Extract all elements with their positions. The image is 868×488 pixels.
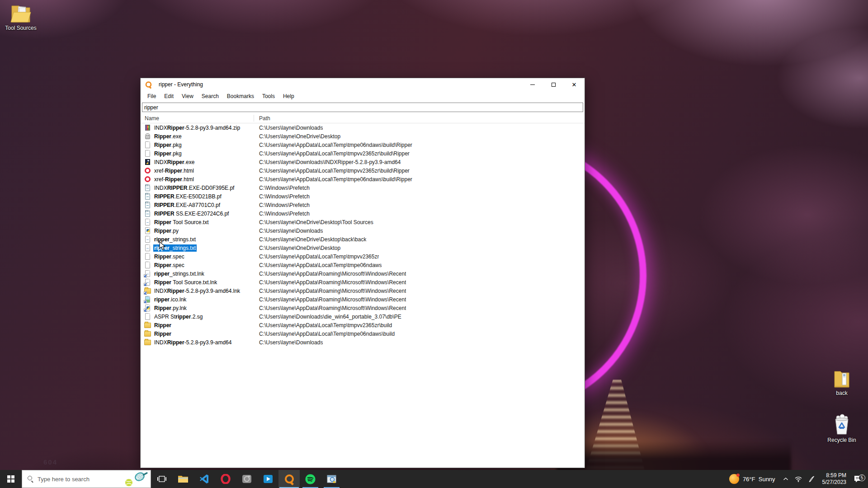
column-header-path[interactable]: Path: [254, 115, 270, 122]
title-bar[interactable]: ripper - Everything ✕: [141, 78, 585, 91]
file-path: C:\Users\layne\AppData\Local\Temp\tmpe06…: [254, 142, 412, 148]
table-row[interactable]: Ripper Tool Source.txtC:\Users\layne\One…: [141, 218, 585, 226]
taskbar-app-everything[interactable]: [278, 470, 300, 488]
close-button[interactable]: ✕: [564, 78, 585, 91]
file-name: Ripper.spec: [153, 262, 185, 269]
table-row[interactable]: INDXRipper-5.2.8-py3.9-amd64C:\Users\lay…: [141, 338, 585, 347]
taskbar-app-task-view[interactable]: [151, 470, 172, 488]
file-path: C:\Users\layne\OneDrive\Desktop\Tool Sou…: [254, 219, 373, 225]
file-name-cell: ripper.ico.lnk: [141, 296, 254, 303]
wifi-status[interactable]: [792, 476, 805, 482]
pen-status[interactable]: [805, 476, 818, 482]
table-row[interactable]: ripper_strings.txtC:\Users\layne\OneDriv…: [141, 235, 585, 244]
table-row[interactable]: ripper_strings.txt.lnkC:\Users\layne\App…: [141, 269, 585, 278]
taskbar-app-grey-app[interactable]: [236, 470, 257, 488]
table-row[interactable]: INDXRipper-5.2.8-py3.9-amd64.zipC:\Users…: [141, 123, 585, 132]
maximize-button[interactable]: [543, 78, 564, 91]
file-path: C:\Windows\Prefetch: [254, 202, 310, 208]
file-name-cell: ripper_strings.txt.lnk: [141, 270, 254, 277]
spotify-icon: [305, 474, 316, 484]
table-row[interactable]: RIPPER.EXE-A87701C0.pfC:\Windows\Prefetc…: [141, 201, 585, 209]
menu-file[interactable]: File: [143, 92, 160, 101]
table-row[interactable]: INDXRIPPER.EXE-DD0F395E.pfC:\Windows\Pre…: [141, 183, 585, 192]
file-icon-doc: [144, 141, 151, 148]
task-view-icon: [157, 475, 166, 483]
table-row[interactable]: Ripper.pkgC:\Users\layne\AppData\Local\T…: [141, 141, 585, 149]
search-input[interactable]: [142, 103, 583, 112]
desktop-icon-label: Recycle Bin: [821, 437, 863, 443]
table-row[interactable]: Ripper Tool Source.txt.lnkC:\Users\layne…: [141, 278, 585, 286]
desktop-icon-label: back: [821, 390, 863, 396]
file-icon-txt: [144, 236, 151, 243]
file-icon-txt: [144, 219, 151, 225]
column-header-name[interactable]: Name: [141, 115, 254, 122]
table-row[interactable]: Ripper.specC:\Users\layne\AppData\Local\…: [141, 261, 585, 269]
menu-help[interactable]: Help: [279, 92, 298, 101]
table-row[interactable]: ripper_strings.txtC:\Users\layne\OneDriv…: [141, 244, 585, 252]
table-row[interactable]: ripper.ico.lnkC:\Users\layne\AppData\Roa…: [141, 295, 585, 304]
file-name-cell: Ripper.pkg: [141, 150, 254, 157]
table-row[interactable]: RipperC:\Users\layne\AppData\Local\Temp\…: [141, 329, 585, 338]
taskbar-app-opera[interactable]: [215, 470, 236, 488]
file-path: C:\Users\layne\AppData\Roaming\Microsoft…: [254, 279, 406, 286]
taskbar-clock[interactable]: 8:59 PM 5/27/2023: [818, 472, 851, 486]
table-row[interactable]: INDXRipper.exeC:\Users\layne\Downloads\I…: [141, 158, 585, 166]
file-icon-txt: [144, 244, 151, 251]
window-search-icon: [326, 474, 337, 484]
maximize-icon: [552, 83, 556, 87]
table-row[interactable]: RIPPER SS.EXE-E20724C6.pfC:\Windows\Pref…: [141, 209, 585, 218]
menu-tools[interactable]: Tools: [258, 92, 279, 101]
table-row[interactable]: INDXRipper-5.2.8-py3.9-amd64.lnkC:\Users…: [141, 286, 585, 295]
menu-edit[interactable]: Edit: [160, 92, 178, 101]
table-row[interactable]: Ripper.py.lnkC:\Users\layne\AppData\Roam…: [141, 304, 585, 312]
table-row[interactable]: Ripper.exeC:\Users\layne\OneDrive\Deskto…: [141, 132, 585, 141]
tray-expand-button[interactable]: [780, 477, 792, 481]
taskbar-app-window-search[interactable]: [321, 470, 342, 488]
file-path: C:\Users\layne\AppData\Local\Temp\tmpe06…: [254, 176, 412, 183]
column-header: Name Path: [141, 113, 585, 123]
bing-daily-image-tennis[interactable]: [123, 471, 149, 488]
desktop-icon-recycle-bin[interactable]: Recycle Bin: [821, 414, 863, 443]
taskbar-app-vscode[interactable]: [193, 470, 215, 488]
file-path: C:\Users\layne\Downloads: [254, 339, 323, 346]
start-button[interactable]: [0, 470, 22, 488]
file-icon-pf: [144, 193, 151, 200]
taskbar-app-file-explorer[interactable]: [172, 470, 193, 488]
minimize-button[interactable]: [522, 78, 543, 91]
file-path: C:\Users\layne\OneDrive\Desktop: [254, 133, 340, 140]
action-center-button[interactable]: 5: [851, 475, 868, 483]
mouse-cursor: [159, 241, 167, 250]
table-row[interactable]: Ripper.specC:\Users\layne\AppData\Local\…: [141, 252, 585, 261]
desktop-icon-tool-sources[interactable]: Tool Sources: [0, 4, 42, 31]
menu-bookmarks[interactable]: Bookmarks: [223, 92, 258, 101]
vscode-icon: [199, 474, 209, 484]
file-icon-opera: [144, 167, 151, 174]
file-name-cell: ripper_strings.txt: [141, 244, 254, 252]
table-row[interactable]: xref-Ripper.htmlC:\Users\layne\AppData\L…: [141, 166, 585, 175]
desktop-icon-back[interactable]: back: [821, 370, 863, 396]
minimize-icon: [530, 84, 535, 85]
file-icon-txt-lnk: [144, 270, 151, 277]
menu-search[interactable]: Search: [198, 92, 223, 101]
table-row[interactable]: RipperC:\Users\layne\AppData\Local\Temp\…: [141, 321, 585, 329]
table-row[interactable]: Ripper.pkgC:\Users\layne\AppData\Local\T…: [141, 149, 585, 158]
file-icon-txt-lnk: [144, 279, 151, 286]
taskbar-app-spotify[interactable]: [300, 470, 321, 488]
file-name: Ripper.pkg: [153, 150, 183, 157]
taskbar-app-movies-tv[interactable]: [257, 470, 278, 488]
menu-view[interactable]: View: [178, 92, 198, 101]
column-separator[interactable]: [254, 115, 254, 122]
file-path: C:\Users\layne\Downloads\INDXRipper-5.2.…: [254, 159, 401, 165]
table-row[interactable]: RIPPER.EXE-E50D21BB.pfC:\Windows\Prefetc…: [141, 192, 585, 201]
file-name-cell: INDXRIPPER.EXE-DD0F395E.pf: [141, 184, 254, 192]
taskbar-weather[interactable]: 76°F Sunny: [725, 474, 780, 484]
file-path: C:\Users\layne\AppData\Roaming\Microsoft…: [254, 296, 406, 303]
file-name: Ripper: [153, 322, 172, 329]
file-name-cell: Ripper.pkg: [141, 141, 254, 149]
table-row[interactable]: Ripper.pyC:\Users\layne\Downloads: [141, 226, 585, 235]
table-row[interactable]: xref-Ripper.htmlC:\Users\layne\AppData\L…: [141, 175, 585, 183]
taskbar-search-box[interactable]: Type here to search: [22, 470, 151, 488]
file-icon-doc: [144, 150, 151, 157]
table-row[interactable]: ASPR Stripper.2.sgC:\Users\layne\Downloa…: [141, 312, 585, 321]
results-list: INDXRipper-5.2.8-py3.9-amd64.zipC:\Users…: [141, 123, 585, 347]
